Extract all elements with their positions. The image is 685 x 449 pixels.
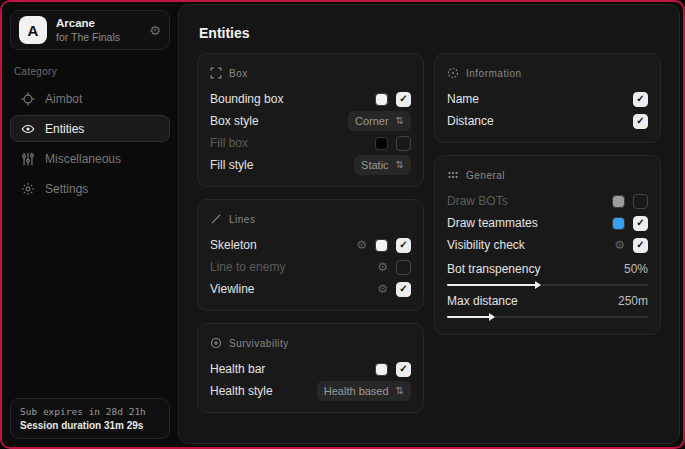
slider-label: Bot transpenency xyxy=(447,262,540,276)
color-swatch[interactable] xyxy=(375,137,388,150)
max-distance-slider[interactable] xyxy=(447,316,648,318)
setting-label: Draw teammates xyxy=(447,216,538,230)
setting-row-draw-teammates: Draw teammates xyxy=(447,212,648,234)
session-duration-text: Session duration 31m 29s xyxy=(20,420,160,431)
sidebar-item-label: Aimbot xyxy=(45,92,82,106)
sub-expiry-text: Sub expires in 28d 21h xyxy=(20,406,160,417)
setting-label: Health bar xyxy=(210,362,265,376)
sidebar-item-label: Miscellaneous xyxy=(45,152,121,166)
color-swatch[interactable] xyxy=(375,363,388,376)
setting-label: Visibility check xyxy=(447,238,525,252)
survivability-card: Survivability Health bar Health style He… xyxy=(197,323,424,413)
line-icon xyxy=(210,213,222,225)
fill-box-checkbox[interactable] xyxy=(396,136,411,151)
line-to-enemy-checkbox[interactable] xyxy=(396,260,411,275)
updown-arrows-icon: ⇅ xyxy=(396,160,404,170)
gear-icon xyxy=(21,182,35,196)
setting-row-draw-bots: Draw BOTs xyxy=(447,190,648,212)
sliders-icon xyxy=(21,152,35,166)
bot-transparency-slider-block: Bot transpenency 50% xyxy=(447,260,648,286)
sidebar-item-settings[interactable]: Settings xyxy=(10,175,170,202)
updown-arrows-icon: ⇅ xyxy=(396,386,404,396)
section-header: Information xyxy=(466,68,522,79)
bot-transparency-slider[interactable] xyxy=(447,284,648,286)
section-header: General xyxy=(466,170,505,181)
max-distance-slider-block: Max distance 250m xyxy=(447,292,648,318)
setting-label: Bounding box xyxy=(210,92,283,106)
grid-dots-icon xyxy=(447,169,459,181)
health-bar-checkbox[interactable] xyxy=(396,362,411,377)
section-header: Lines xyxy=(229,214,255,225)
draw-bots-checkbox[interactable] xyxy=(633,194,648,209)
row-gear-icon[interactable]: ⚙ xyxy=(356,239,367,251)
setting-label: Draw BOTs xyxy=(447,194,508,208)
main-panel: Entities Box Bounding box xyxy=(178,4,680,444)
distance-checkbox[interactable] xyxy=(633,114,648,129)
setting-label: Distance xyxy=(447,114,494,128)
lines-card: Lines Skeleton ⚙ Line to enemy ⚙ xyxy=(197,199,424,311)
setting-row-viewline: Viewline ⚙ xyxy=(210,278,411,300)
setting-label: Viewline xyxy=(210,282,254,296)
setting-label: Line to enemy xyxy=(210,260,285,274)
sidebar-item-aimbot[interactable]: Aimbot xyxy=(10,85,170,112)
color-swatch[interactable] xyxy=(375,93,388,106)
session-card: Sub expires in 28d 21h Session duration … xyxy=(10,398,170,439)
setting-label: Health style xyxy=(210,384,273,398)
section-header: Survivability xyxy=(229,338,289,349)
setting-row-box-style: Box style Corner ⇅ xyxy=(210,110,411,132)
slider-label: Max distance xyxy=(447,294,518,308)
row-gear-icon[interactable]: ⚙ xyxy=(614,239,625,251)
info-icon xyxy=(447,67,459,79)
skeleton-checkbox[interactable] xyxy=(396,238,411,253)
slider-value: 50% xyxy=(624,262,648,276)
visibility-check-checkbox[interactable] xyxy=(633,238,648,253)
slider-thumb[interactable] xyxy=(489,313,495,321)
entities-icon xyxy=(21,122,35,136)
bounding-box-checkbox[interactable] xyxy=(396,92,411,107)
viewline-checkbox[interactable] xyxy=(396,282,411,297)
name-checkbox[interactable] xyxy=(633,92,648,107)
sidebar-nav: Aimbot Entities Miscellaneous Settings xyxy=(10,85,170,202)
slider-thumb[interactable] xyxy=(535,281,541,289)
setting-row-distance: Distance xyxy=(447,110,648,132)
setting-label: Skeleton xyxy=(210,238,257,252)
setting-row-visibility-check: Visibility check ⚙ xyxy=(447,234,648,256)
general-card: General Draw BOTs Draw teammates xyxy=(434,155,661,335)
fill-style-dropdown[interactable]: Static ⇅ xyxy=(354,155,411,175)
setting-row-fill-box: Fill box xyxy=(210,132,411,154)
setting-row-health-bar: Health bar xyxy=(210,358,411,380)
slider-value: 250m xyxy=(618,294,648,308)
brand-subtitle: for The Finals xyxy=(56,31,140,44)
section-header: Box xyxy=(229,68,248,79)
setting-row-health-style: Health style Health based ⇅ xyxy=(210,380,411,402)
setting-row-name: Name xyxy=(447,88,648,110)
sidebar-item-label: Settings xyxy=(45,182,88,196)
bounding-box-icon xyxy=(210,67,222,79)
row-gear-icon[interactable]: ⚙ xyxy=(377,261,388,273)
color-swatch[interactable] xyxy=(612,195,625,208)
row-gear-icon[interactable]: ⚙ xyxy=(377,283,388,295)
color-swatch[interactable] xyxy=(612,217,625,230)
draw-teammates-checkbox[interactable] xyxy=(633,216,648,231)
setting-row-bounding-box: Bounding box xyxy=(210,88,411,110)
color-swatch[interactable] xyxy=(375,239,388,252)
crosshair-icon xyxy=(21,92,35,106)
box-style-dropdown[interactable]: Corner ⇅ xyxy=(348,111,411,131)
sidebar-item-miscellaneous[interactable]: Miscellaneous xyxy=(10,145,170,172)
sidebar: A Arcane for The Finals ⚙ Category Aimbo… xyxy=(2,2,178,447)
setting-label: Name xyxy=(447,92,479,106)
setting-row-line-to-enemy: Line to enemy ⚙ xyxy=(210,256,411,278)
brand-card: A Arcane for The Finals ⚙ xyxy=(10,10,170,50)
updown-arrows-icon: ⇅ xyxy=(396,116,404,126)
brand-gear-icon[interactable]: ⚙ xyxy=(149,23,161,38)
page-title: Entities xyxy=(199,25,669,41)
sidebar-item-entities[interactable]: Entities xyxy=(10,115,170,142)
sidebar-item-label: Entities xyxy=(45,122,84,136)
setting-label: Fill box xyxy=(210,136,248,150)
category-label: Category xyxy=(14,66,166,77)
brand-avatar: A xyxy=(19,16,47,44)
health-style-dropdown[interactable]: Health based ⇅ xyxy=(317,381,411,401)
setting-row-fill-style: Fill style Static ⇅ xyxy=(210,154,411,176)
box-card: Box Bounding box Box style Corner ⇅ xyxy=(197,53,424,187)
app-window: A Arcane for The Finals ⚙ Category Aimbo… xyxy=(0,0,685,449)
